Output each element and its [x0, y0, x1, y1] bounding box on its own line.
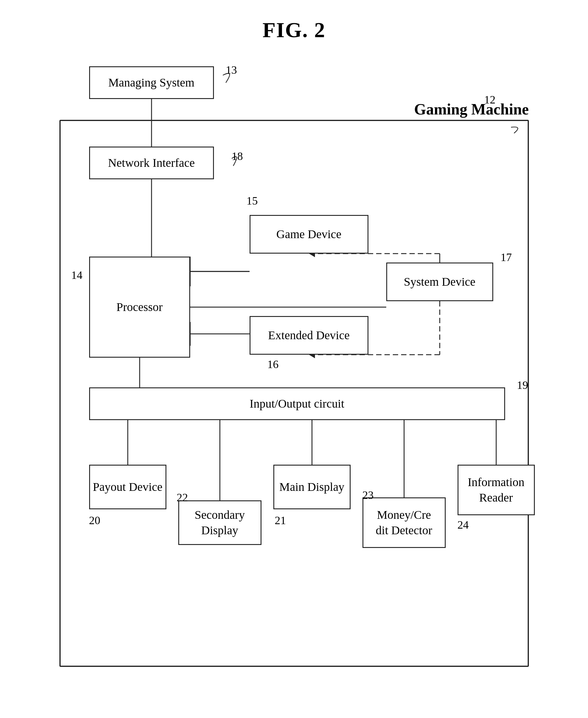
managing-system-box: Managing System: [89, 66, 214, 99]
ref-18: 18: [232, 149, 243, 163]
io-circuit-box: Input/Output circuit: [89, 387, 505, 420]
ref-23: 23: [362, 489, 374, 501]
gaming-machine-label: Gaming Machine: [414, 101, 529, 118]
ref-17: 17: [501, 251, 512, 264]
processor-box: Processor: [89, 257, 190, 358]
managing-system-label: Managing System: [108, 75, 195, 90]
ref-21: 21: [275, 514, 286, 527]
money-credit-label: Money/Cre dit Detector: [376, 507, 432, 538]
ref-20: 20: [89, 514, 100, 527]
ref-12: 12: [484, 93, 496, 106]
payout-device-box: Payout Device: [89, 465, 166, 509]
processor-label: Processor: [117, 300, 163, 315]
extended-device-label: Extended Device: [268, 328, 350, 343]
system-device-label: System Device: [404, 274, 476, 290]
ref-16: 16: [267, 358, 279, 371]
main-display-label: Main Display: [279, 479, 344, 495]
secondary-display-label: Secondary Display: [179, 507, 260, 538]
money-credit-box: Money/Cre dit Detector: [362, 497, 446, 548]
info-reader-label: Information Reader: [459, 474, 534, 506]
io-circuit-label: Input/Output circuit: [250, 396, 344, 411]
ref-15: 15: [247, 194, 258, 207]
info-reader-box: Information Reader: [458, 465, 535, 515]
game-device-label: Game Device: [276, 227, 341, 242]
system-device-box: System Device: [386, 263, 493, 301]
ref-22: 22: [177, 491, 188, 504]
main-display-box: Main Display: [273, 465, 351, 509]
ref-24: 24: [458, 518, 469, 531]
secondary-display-box: Secondary Display: [178, 500, 261, 545]
payout-device-label: Payout Device: [93, 479, 162, 495]
network-interface-box: Network Interface: [89, 147, 214, 179]
extended-device-box: Extended Device: [250, 316, 369, 355]
ref-14: 14: [71, 268, 83, 282]
ref-13: 13: [226, 63, 237, 77]
page-title: FIG. 2: [0, 0, 588, 55]
network-interface-label: Network Interface: [108, 155, 195, 171]
game-device-box: Game Device: [250, 215, 369, 253]
ref-19: 19: [517, 378, 528, 392]
